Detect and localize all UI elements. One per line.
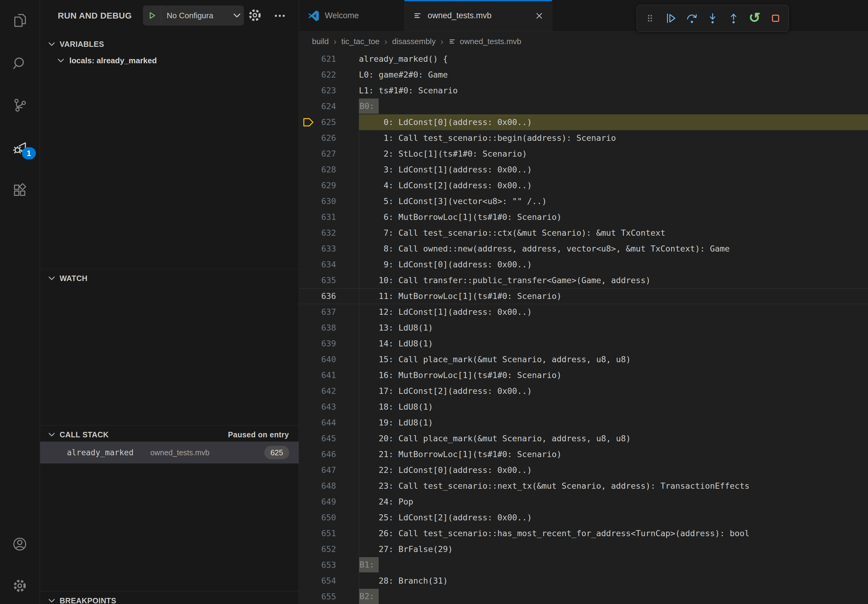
gutter-line-number[interactable]: 623 bbox=[299, 83, 359, 99]
restart-button[interactable]: ↺ bbox=[747, 10, 761, 27]
code-line-631[interactable]: 631 6: MutBorrowLoc[1](ts#1#0: Scenario) bbox=[299, 209, 868, 225]
code-line-626[interactable]: 626 1: Call test_scenario::begin(address… bbox=[299, 130, 868, 146]
gutter-line-number[interactable]: 632 bbox=[299, 225, 359, 241]
gutter-line-number[interactable]: 650 bbox=[299, 510, 359, 525]
gutter-line-number[interactable]: 646 bbox=[299, 446, 359, 462]
explorer-icon[interactable] bbox=[0, 5, 40, 36]
source-control-icon[interactable] bbox=[0, 90, 40, 121]
code-editor[interactable]: 621already_marked() {622L0: game#2#0: Ga… bbox=[299, 51, 868, 604]
code-line-622[interactable]: 622L0: game#2#0: Game bbox=[299, 67, 868, 83]
locals-scope-row[interactable]: locals: already_marked bbox=[40, 52, 299, 69]
tab-welcome[interactable]: Welcome bbox=[299, 0, 405, 31]
run-and-debug-icon[interactable]: 1 bbox=[0, 133, 40, 163]
breadcrumb-item-tic-tac-toe[interactable]: tic_tac_toe bbox=[341, 37, 380, 46]
gutter-line-number[interactable]: 633 bbox=[299, 241, 359, 257]
code-line-650[interactable]: 650 25: LdConst[2](address: 0x00..) bbox=[299, 510, 868, 525]
gutter-line-number[interactable]: 628 bbox=[299, 162, 359, 178]
gutter-line-number[interactable]: 634 bbox=[299, 257, 359, 273]
extensions-icon[interactable] bbox=[0, 175, 40, 206]
code-line-637[interactable]: 637 12: LdConst[1](address: 0x00..) bbox=[299, 304, 868, 320]
code-line-621[interactable]: 621already_marked() { bbox=[299, 51, 868, 67]
code-line-653[interactable]: 653B1: bbox=[299, 557, 868, 573]
launch-configuration-dropdown[interactable]: No Configura bbox=[143, 5, 244, 26]
breadcrumb-item-file[interactable]: owned_tests.mvb bbox=[460, 37, 521, 46]
code-line-638[interactable]: 638 13: LdU8(1) bbox=[299, 320, 868, 336]
code-line-648[interactable]: 648 23: Call test_scenario::next_tx(&mut… bbox=[299, 478, 868, 494]
gutter-line-number[interactable]: 636 bbox=[299, 288, 359, 304]
gutter-line-number[interactable]: 654 bbox=[299, 573, 359, 589]
gutter-line-number[interactable]: 639 bbox=[299, 336, 359, 352]
gutter-line-number[interactable]: 653 bbox=[299, 557, 359, 573]
gutter-line-number[interactable]: 635 bbox=[299, 273, 359, 288]
code-line-643[interactable]: 643 18: LdU8(1) bbox=[299, 399, 868, 415]
gutter-line-number[interactable]: 642 bbox=[299, 383, 359, 399]
code-line-649[interactable]: 649 24: Pop bbox=[299, 494, 868, 510]
gear-icon[interactable] bbox=[247, 7, 263, 23]
close-icon[interactable] bbox=[535, 12, 544, 20]
settings-gear-icon[interactable] bbox=[0, 570, 40, 601]
code-line-625[interactable]: 625 0: LdConst[0](address: 0x00..) bbox=[299, 115, 868, 130]
stop-button[interactable] bbox=[769, 10, 783, 27]
code-line-647[interactable]: 647 22: LdConst[0](address: 0x00..) bbox=[299, 462, 868, 478]
gutter-line-number[interactable]: 648 bbox=[299, 478, 359, 494]
code-line-646[interactable]: 646 21: MutBorrowLoc[1](ts#1#0: Scenario… bbox=[299, 446, 868, 462]
code-line-629[interactable]: 629 4: LdConst[2](address: 0x00..) bbox=[299, 178, 868, 194]
breadcrumb-item-build[interactable]: build bbox=[312, 37, 329, 46]
code-line-633[interactable]: 633 8: Call owned::new(address, address,… bbox=[299, 241, 868, 257]
gutter-line-number[interactable]: 652 bbox=[299, 541, 359, 557]
gutter-line-number[interactable]: 627 bbox=[299, 146, 359, 162]
start-debugging-play-icon[interactable] bbox=[143, 5, 161, 26]
continue-button[interactable] bbox=[664, 10, 678, 27]
code-line-624[interactable]: 624B0: bbox=[299, 99, 868, 115]
gutter-line-number[interactable]: 645 bbox=[299, 431, 359, 446]
gutter-line-number[interactable]: 626 bbox=[299, 130, 359, 146]
views-and-more-actions-icon[interactable] bbox=[271, 7, 288, 24]
gutter-line-number[interactable]: 624 bbox=[299, 99, 359, 115]
gutter-line-number[interactable]: 655 bbox=[299, 589, 359, 604]
code-line-641[interactable]: 641 16: MutBorrowLoc[1](ts#1#0: Scenario… bbox=[299, 367, 868, 383]
watch-section-header[interactable]: WATCH bbox=[40, 269, 299, 287]
tab-owned-tests-mvb[interactable]: owned_tests.mvb bbox=[405, 0, 552, 31]
code-line-636[interactable]: 636 11: MutBorrowLoc[1](ts#1#0: Scenario… bbox=[299, 288, 868, 304]
search-icon[interactable] bbox=[0, 48, 40, 79]
gutter-line-number[interactable]: 637 bbox=[299, 304, 359, 320]
step-over-button[interactable] bbox=[685, 10, 699, 27]
gutter-line-number[interactable]: 644 bbox=[299, 415, 359, 431]
code-line-623[interactable]: 623L1: ts#1#0: Scenario bbox=[299, 83, 868, 99]
code-line-634[interactable]: 634 9: LdConst[0](address: 0x00..) bbox=[299, 257, 868, 273]
code-line-632[interactable]: 632 7: Call test_scenario::ctx(&mut Scen… bbox=[299, 225, 868, 241]
gutter-line-number[interactable]: 625 bbox=[299, 115, 359, 130]
gutter-line-number[interactable]: 649 bbox=[299, 494, 359, 510]
gutter-line-number[interactable]: 630 bbox=[299, 194, 359, 209]
gutter-line-number[interactable]: 641 bbox=[299, 367, 359, 383]
breadcrumb-item-disassembly[interactable]: disassembly bbox=[392, 37, 436, 46]
step-out-button[interactable] bbox=[727, 10, 741, 27]
call-stack-frame[interactable]: already_markedowned_tests.mvb625 bbox=[40, 441, 299, 463]
gutter-line-number[interactable]: 640 bbox=[299, 352, 359, 367]
gutter-line-number[interactable]: 622 bbox=[299, 67, 359, 83]
gutter-line-number[interactable]: 638 bbox=[299, 320, 359, 336]
step-into-button[interactable] bbox=[705, 10, 719, 27]
gutter-line-number[interactable]: 651 bbox=[299, 525, 359, 541]
variables-section-header[interactable]: VARIABLES bbox=[40, 35, 299, 53]
gutter-line-number[interactable]: 643 bbox=[299, 399, 359, 415]
code-line-644[interactable]: 644 19: LdU8(1) bbox=[299, 415, 868, 431]
code-line-642[interactable]: 642 17: LdConst[2](address: 0x00..) bbox=[299, 383, 868, 399]
code-line-627[interactable]: 627 2: StLoc[1](ts#1#0: Scenario) bbox=[299, 146, 868, 162]
drag-handle-icon[interactable] bbox=[643, 10, 657, 27]
gutter-line-number[interactable]: 647 bbox=[299, 462, 359, 478]
account-icon[interactable] bbox=[0, 529, 40, 559]
gutter-line-number[interactable]: 631 bbox=[299, 209, 359, 225]
code-line-628[interactable]: 628 3: LdConst[1](address: 0x00..) bbox=[299, 162, 868, 178]
code-line-639[interactable]: 639 14: LdU8(1) bbox=[299, 336, 868, 352]
gutter-line-number[interactable]: 621 bbox=[299, 51, 359, 67]
code-line-655[interactable]: 655B2: bbox=[299, 589, 868, 604]
code-line-630[interactable]: 630 5: LdConst[3](vector<u8>: "" /..) bbox=[299, 194, 868, 209]
code-line-640[interactable]: 640 15: Call place_mark(&mut Scenario, a… bbox=[299, 352, 868, 367]
code-line-652[interactable]: 652 27: BrFalse(29) bbox=[299, 541, 868, 557]
code-line-645[interactable]: 645 20: Call place_mark(&mut Scenario, a… bbox=[299, 431, 868, 446]
breakpoints-section-header[interactable]: BREAKPOINTS bbox=[40, 592, 299, 604]
code-line-654[interactable]: 654 28: Branch(31) bbox=[299, 573, 868, 589]
gutter-line-number[interactable]: 629 bbox=[299, 178, 359, 194]
call-stack-section-header[interactable]: CALL STACK Paused on entry bbox=[40, 426, 299, 443]
